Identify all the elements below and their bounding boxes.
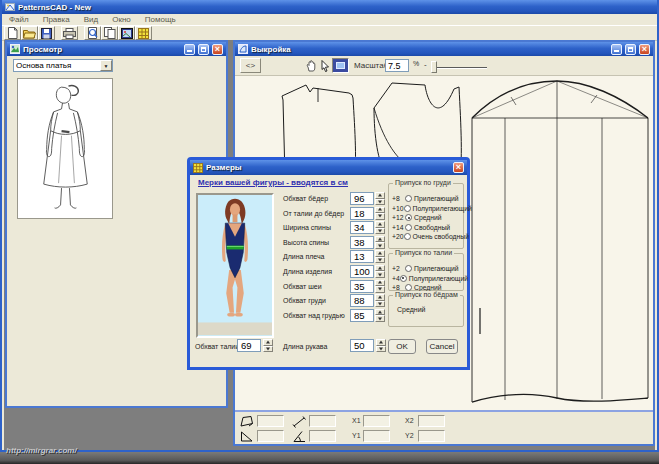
select-cursor-icon[interactable] xyxy=(319,59,332,73)
x2-label: X2 xyxy=(405,415,414,428)
radio-option[interactable]: +20Очень свободный xyxy=(392,232,463,242)
sleeve-spinner[interactable] xyxy=(376,339,386,352)
shape-length-icon xyxy=(292,415,308,428)
radio-prefix: +20 xyxy=(392,233,404,240)
shape-field-2[interactable] xyxy=(309,415,336,427)
radio-button[interactable] xyxy=(404,205,411,212)
image-icon xyxy=(121,28,133,39)
close-button[interactable]: × xyxy=(453,162,464,173)
print-button[interactable] xyxy=(61,26,78,40)
radio-prefix: +12 xyxy=(392,214,405,221)
spinner[interactable] xyxy=(375,221,385,234)
menu-help[interactable]: Помощь xyxy=(138,15,183,24)
sleeve-input[interactable] xyxy=(350,339,374,352)
preview-titlebar: Просмотр × xyxy=(7,42,226,56)
shape-field-4[interactable] xyxy=(309,430,336,442)
spinner[interactable] xyxy=(375,236,385,249)
waist-input[interactable] xyxy=(237,339,261,352)
waist-spinner[interactable] xyxy=(263,339,273,352)
scale-slider-track[interactable] xyxy=(432,67,487,69)
radio-button[interactable] xyxy=(404,233,411,240)
maximize-button[interactable] xyxy=(198,44,209,55)
zoom-window-button[interactable] xyxy=(332,58,349,73)
radio-button[interactable] xyxy=(405,265,412,272)
x1-input[interactable] xyxy=(363,415,390,427)
image-button[interactable] xyxy=(118,26,135,40)
sizes-dialog-body: Мерки вашей фигуры - вводятся в см xyxy=(190,175,467,367)
menu-view[interactable]: Вид xyxy=(77,15,105,24)
x1-label: X1 xyxy=(352,415,361,428)
scale-input[interactable] xyxy=(385,59,409,72)
measurement-input[interactable] xyxy=(350,294,374,307)
sizes-dialog-titlebar: Размеры × xyxy=(190,160,467,175)
radio-label: Средний xyxy=(414,214,442,221)
shape-field-3[interactable] xyxy=(257,430,284,442)
measurement-row: Обхват бёдер xyxy=(283,192,389,205)
save-button[interactable] xyxy=(38,26,55,40)
measurement-input[interactable] xyxy=(350,207,374,220)
new-file-icon xyxy=(7,27,18,39)
spinner[interactable] xyxy=(375,294,385,307)
measurement-input[interactable] xyxy=(350,250,374,263)
spinner[interactable] xyxy=(375,265,385,278)
spinner[interactable] xyxy=(375,250,385,263)
copy-button[interactable] xyxy=(101,26,118,40)
pan-hand-icon[interactable] xyxy=(305,59,318,73)
spinner[interactable] xyxy=(375,207,385,220)
measurement-input[interactable] xyxy=(350,265,374,278)
menu-window[interactable]: Окно xyxy=(105,15,138,24)
spinner[interactable] xyxy=(375,192,385,205)
print-preview-button[interactable] xyxy=(84,26,101,40)
scale-unit-label: % xyxy=(413,60,419,67)
shape-field-1[interactable] xyxy=(257,415,284,427)
y2-input[interactable] xyxy=(418,430,445,442)
pattern-base-dropdown[interactable]: Основа платья ▼ xyxy=(13,59,113,72)
close-button[interactable]: × xyxy=(639,44,650,55)
radio-button[interactable] xyxy=(405,214,412,221)
radio-option[interactable]: +10Полуприлегающий xyxy=(392,204,463,214)
radio-option[interactable]: +2Прилегающий xyxy=(392,264,463,274)
radio-button[interactable] xyxy=(405,195,412,202)
measurement-input[interactable] xyxy=(350,236,374,249)
spinner[interactable] xyxy=(375,280,385,293)
radio-button[interactable] xyxy=(400,275,407,282)
measurement-input[interactable] xyxy=(350,309,374,322)
measurement-row: От талии до бёдер xyxy=(283,207,389,220)
desktop: PatternsCAD - New Файл Правка Вид Окно П… xyxy=(0,0,659,464)
minimize-button[interactable] xyxy=(184,44,195,55)
fit-view-button[interactable]: <> xyxy=(240,58,261,73)
y2-label: Y2 xyxy=(405,430,414,443)
dialog-header-link[interactable]: Мерки вашей фигуры - вводятся в см xyxy=(198,178,348,187)
ok-button[interactable]: OK xyxy=(388,339,416,354)
measurement-input[interactable] xyxy=(350,280,374,293)
spinner[interactable] xyxy=(375,309,385,322)
radio-option[interactable]: +12Средний xyxy=(392,213,463,223)
menu-edit[interactable]: Правка xyxy=(36,15,77,24)
radio-option[interactable]: +8Прилегающий xyxy=(392,194,463,204)
radio-prefix: +2 xyxy=(392,265,405,272)
y1-input[interactable] xyxy=(363,430,390,442)
cancel-button[interactable]: Cancel xyxy=(426,339,458,354)
scale-slider-handle[interactable] xyxy=(431,61,437,73)
radio-prefix: +8 xyxy=(392,195,405,202)
print-icon xyxy=(63,28,76,39)
grid-button[interactable] xyxy=(135,26,152,40)
open-file-button[interactable] xyxy=(21,26,38,40)
measurement-input[interactable] xyxy=(350,192,374,205)
radio-option[interactable]: +4Полуприлегающий xyxy=(392,274,463,284)
save-icon xyxy=(41,28,52,39)
measurement-input[interactable] xyxy=(350,221,374,234)
minimize-button[interactable] xyxy=(611,44,622,55)
radio-button[interactable] xyxy=(405,224,412,231)
x2-input[interactable] xyxy=(418,415,445,427)
radio-label: Очень свободный xyxy=(413,233,469,240)
new-file-button[interactable] xyxy=(4,26,21,40)
close-button[interactable]: × xyxy=(212,44,223,55)
maximize-button[interactable] xyxy=(625,44,636,55)
menu-file[interactable]: Файл xyxy=(2,15,36,24)
chevron-down-icon[interactable]: ▼ xyxy=(100,60,112,71)
radio-option[interactable]: +14Свободный xyxy=(392,223,463,233)
coordinates-panel: X1 Y1 X2 Y2 xyxy=(235,410,653,444)
app-icon xyxy=(5,2,15,12)
radio-prefix: +10 xyxy=(392,205,404,212)
